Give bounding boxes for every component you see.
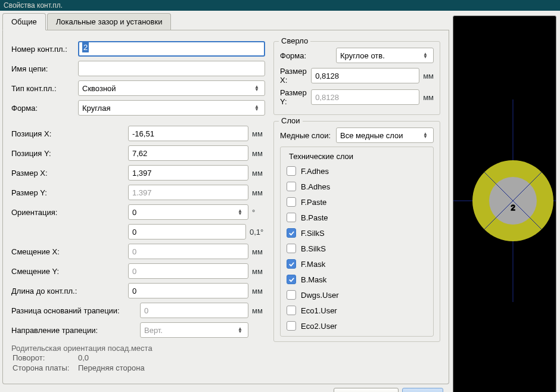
- checkbox-icon[interactable]: [287, 321, 296, 331]
- chevron-updown-icon: ▲▼: [236, 327, 244, 333]
- orient-combo[interactable]: 0▲▼: [128, 204, 248, 220]
- orient-fine-input[interactable]: [128, 224, 246, 239]
- chevron-updown-icon: ▲▼: [421, 52, 430, 58]
- pad-type-combo[interactable]: Сквозной▲▼: [78, 80, 265, 96]
- layer-label: F.Mask: [301, 260, 325, 269]
- shape-combo[interactable]: Круглая▲▼: [78, 100, 265, 116]
- checkbox-icon[interactable]: [287, 275, 296, 284]
- checkbox-icon[interactable]: [287, 244, 296, 253]
- checkbox-icon[interactable]: [287, 182, 296, 191]
- layer-label: F.Paste: [301, 198, 326, 207]
- drill-shape-combo[interactable]: Круглое отв.▲▼: [336, 48, 434, 63]
- layer-label: Dwgs.User: [301, 291, 339, 300]
- layer-label: B.Paste: [301, 213, 328, 222]
- chevron-updown-icon: ▲▼: [236, 209, 244, 215]
- chevron-updown-icon: ▲▼: [421, 132, 430, 138]
- layer-check-F.SilkS[interactable]: F.SilkS: [284, 225, 430, 241]
- offx-label: Смещение X:: [11, 247, 128, 256]
- layer-label: F.Adhes: [301, 167, 329, 176]
- drill-sizex-input[interactable]: [311, 68, 419, 83]
- layer-label: Eco2.User: [301, 322, 337, 331]
- padlen-label: Длина до конт.пл.:: [11, 287, 128, 295]
- layer-check-B.Adhes[interactable]: B.Adhes: [284, 179, 430, 194]
- copper-layers-combo[interactable]: Все медные слои▲▼: [336, 127, 434, 143]
- shape-label: Форма:: [11, 104, 78, 113]
- orient-label: Ориентация:: [11, 208, 128, 217]
- sizex-input[interactable]: [128, 165, 248, 181]
- layer-label: F.SilkS: [301, 229, 325, 238]
- layer-label: B.Adhes: [301, 182, 330, 191]
- layer-label: Eco1.User: [301, 306, 337, 315]
- trapdelta-label: Разница оснований трапеции:: [11, 306, 140, 315]
- offx-input: [128, 244, 248, 259]
- checkbox-icon[interactable]: [287, 290, 296, 300]
- checkbox-icon[interactable]: [287, 228, 296, 238]
- layer-check-B.Paste[interactable]: B.Paste: [284, 210, 430, 225]
- layer-label: B.Mask: [301, 275, 326, 284]
- layer-check-F.Mask[interactable]: F.Mask: [284, 256, 430, 272]
- padlen-input[interactable]: [128, 283, 248, 298]
- sizey-label: Размер Y:: [11, 188, 128, 197]
- layer-check-B.Mask[interactable]: B.Mask: [284, 272, 430, 287]
- posx-label: Позиция X:: [11, 129, 128, 138]
- cancel-button[interactable]: Отменить: [334, 388, 399, 392]
- trapdir-label: Направление трапеции:: [11, 326, 140, 335]
- tabs: Общие Локальные зазор и установки: [2, 13, 449, 30]
- checkbox-icon[interactable]: [287, 197, 296, 207]
- ok-button[interactable]: OK: [402, 388, 443, 392]
- tab-local[interactable]: Локальные зазор и установки: [47, 13, 172, 30]
- drill-fieldset: Сверло Форма: Круглое отв.▲▼ Размер X: м…: [273, 41, 440, 115]
- layer-check-F.Adhes[interactable]: F.Adhes: [284, 163, 430, 179]
- checkbox-icon[interactable]: [287, 306, 296, 315]
- layers-fieldset: Слои Медные слои: Все медные слои▲▼ Техн…: [273, 121, 440, 342]
- checkbox-icon[interactable]: [287, 259, 296, 269]
- layer-check-Dwgs.User[interactable]: Dwgs.User: [284, 287, 430, 303]
- window-titlebar: Свойства конт.пл.: [0, 0, 560, 11]
- posy-label: Позиция Y:: [11, 149, 128, 158]
- posx-input[interactable]: [128, 126, 248, 141]
- posy-input[interactable]: [128, 145, 248, 161]
- layer-check-Eco2.User[interactable]: Eco2.User: [284, 318, 430, 334]
- pad-type-label: Тип конт.пл.:: [11, 84, 78, 93]
- pad-preview: 2: [453, 15, 556, 392]
- tab-general[interactable]: Общие: [2, 13, 46, 30]
- pad-number-label: Номер конт.пл.:: [11, 45, 78, 54]
- preview-pad-number: 2: [511, 203, 515, 212]
- net-name-input[interactable]: [78, 61, 265, 76]
- trapdelta-input: [140, 303, 248, 318]
- chevron-updown-icon: ▲▼: [253, 105, 261, 111]
- offy-input: [128, 263, 248, 279]
- sizex-label: Размер X:: [11, 169, 128, 178]
- layer-check-F.Paste[interactable]: F.Paste: [284, 194, 430, 210]
- parent-orient-title: Родительская ориентация посад.места: [11, 344, 265, 353]
- layer-check-B.SilkS[interactable]: B.SilkS: [284, 241, 430, 256]
- checkbox-icon[interactable]: [287, 213, 296, 222]
- drill-sizey-input: [311, 89, 419, 105]
- pad-number-input[interactable]: 2: [78, 41, 265, 57]
- sizey-input: [128, 185, 248, 200]
- chevron-updown-icon: ▲▼: [253, 85, 261, 91]
- layer-label: B.SilkS: [301, 244, 326, 253]
- trapdir-combo: Верт.▲▼: [140, 322, 248, 338]
- layer-check-Eco1.User[interactable]: Eco1.User: [284, 303, 430, 318]
- offy-label: Смещение Y:: [11, 267, 128, 276]
- checkbox-icon[interactable]: [287, 166, 296, 176]
- net-name-label: Имя цепи:: [11, 64, 78, 73]
